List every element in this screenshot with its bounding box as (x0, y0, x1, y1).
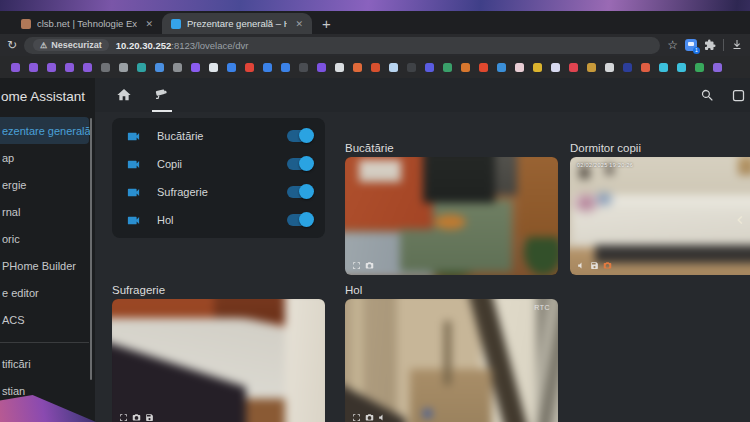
camera-title-sufragerie: Sufragerie (112, 284, 165, 296)
bookmark-favicon[interactable] (641, 63, 650, 72)
bookmark-favicon[interactable] (335, 63, 344, 72)
bookmark-favicon[interactable] (353, 63, 362, 72)
tab-close-icon[interactable]: ✕ (143, 19, 153, 29)
bookmark-favicon[interactable] (299, 63, 308, 72)
camera-feed-bucatarie[interactable] (345, 157, 558, 275)
camera-feed-sufragerie[interactable] (112, 299, 325, 422)
bookmark-favicon[interactable] (587, 63, 596, 72)
security-chip[interactable]: ⚠ Nesecurizat (33, 39, 109, 51)
bookmark-favicon[interactable] (191, 63, 200, 72)
extension-icon[interactable]: 1 (685, 39, 697, 51)
sidebar-item-ap[interactable]: ap (0, 144, 95, 171)
bookmark-favicon[interactable] (389, 63, 398, 72)
bookmark-favicon[interactable] (227, 63, 236, 72)
search-button[interactable] (694, 78, 720, 112)
fullscreen-icon[interactable] (352, 413, 361, 422)
bookmark-favicon[interactable] (119, 63, 128, 72)
bookmark-favicon[interactable] (677, 63, 686, 72)
bookmark-favicon[interactable] (371, 63, 380, 72)
camera-overlay: 02/02/2025 19:20:26 (570, 157, 750, 275)
downloads-icon[interactable] (731, 39, 743, 51)
bookmark-favicon[interactable] (173, 63, 182, 72)
bookmark-favicon[interactable] (695, 63, 704, 72)
bookmark-favicon[interactable] (65, 63, 74, 72)
bookmark-favicon[interactable] (47, 63, 56, 72)
home-assistant-app: ome Assistant ezentare generalăapergiern… (0, 78, 750, 422)
extensions-puzzle-icon[interactable] (704, 39, 716, 51)
sidebar-item-oric[interactable]: oric (0, 225, 95, 252)
volume-icon[interactable] (378, 413, 387, 422)
tab-home-assistant[interactable]: Prezentare generală – Home ✕ (162, 13, 312, 34)
bookmark-favicon[interactable] (263, 63, 272, 72)
sidebar-item-acs[interactable]: ACS (0, 306, 95, 333)
sidebar-item-ergie[interactable]: ergie (0, 171, 95, 198)
new-tab-button[interactable]: + (312, 13, 341, 34)
bookmark-favicon[interactable] (443, 63, 452, 72)
toggle-label: Copii (157, 158, 271, 170)
sidebar-scrollbar[interactable] (90, 118, 92, 380)
volume-icon[interactable] (577, 261, 586, 270)
toggle-switch[interactable] (287, 214, 313, 226)
fullscreen-icon[interactable] (119, 413, 128, 422)
bookmark-favicon[interactable] (317, 63, 326, 72)
bookmark-favicon[interactable] (137, 63, 146, 72)
bookmark-favicon[interactable] (605, 63, 614, 72)
fullscreen-icon[interactable] (352, 261, 361, 270)
bookmark-favicon[interactable] (11, 63, 20, 72)
search-icon (700, 88, 715, 103)
bookmark-favicon[interactable] (623, 63, 632, 72)
address-bar[interactable]: ⚠ Nesecurizat 10.20.30.252:8123/lovelace… (24, 37, 660, 54)
tab-overview-home[interactable] (109, 78, 139, 112)
home-icon (116, 87, 132, 103)
bookmark-favicon[interactable] (281, 63, 290, 72)
tab-clsb[interactable]: clsb.net | Tehnologie Explicat ✕ (12, 13, 162, 34)
camera-overlay: RTC (345, 299, 558, 422)
save-icon[interactable] (590, 261, 599, 270)
sidebar-item-rnal[interactable]: rnal (0, 198, 95, 225)
save-icon[interactable] (145, 413, 154, 422)
toggle-switch[interactable] (287, 158, 313, 170)
bookmark-favicon[interactable] (245, 63, 254, 72)
bookmark-favicon[interactable] (713, 63, 722, 72)
camera-feed-hol[interactable]: RTC (345, 299, 558, 422)
security-label: Nesecurizat (51, 40, 102, 50)
bookmark-favicon[interactable] (209, 63, 218, 72)
bookmark-favicon[interactable] (155, 63, 164, 72)
header-action-button[interactable] (728, 78, 748, 112)
bookmark-favicon[interactable] (515, 63, 524, 72)
snapshot-icon[interactable] (365, 413, 374, 422)
chevron-left-icon[interactable] (732, 212, 748, 228)
bookmark-star-icon[interactable]: ☆ (667, 39, 678, 51)
videocam-icon (126, 185, 141, 200)
bookmark-favicon[interactable] (551, 63, 560, 72)
tab-close-icon[interactable]: ✕ (293, 19, 303, 29)
reload-icon[interactable]: ↻ (7, 39, 17, 51)
tab-dvr-cameras[interactable] (147, 78, 177, 112)
bookmark-favicon[interactable] (479, 63, 488, 72)
toggle-switch[interactable] (287, 186, 313, 198)
ha-sidebar-items: ezentare generalăapergiernaloricPHome Bu… (0, 117, 95, 404)
bookmark-favicon[interactable] (461, 63, 470, 72)
sidebar-item-tific-ri[interactable]: tificări (0, 350, 95, 377)
bookmark-favicon[interactable] (659, 63, 668, 72)
camera-feed-dormitor-copii[interactable]: 02/02/2025 19:20:26 (570, 157, 750, 275)
toggle-switch[interactable] (287, 130, 313, 142)
bookmark-favicon[interactable] (425, 63, 434, 72)
sidebar-item-ezentare-general-[interactable]: ezentare generală (0, 117, 89, 144)
videocam-icon (126, 213, 141, 228)
snapshot-icon[interactable] (132, 413, 141, 422)
bookmark-favicon[interactable] (569, 63, 578, 72)
bookmark-favicon[interactable] (497, 63, 506, 72)
toolbar-divider (723, 39, 724, 51)
sidebar-item-phome-builder[interactable]: PHome Builder (0, 252, 95, 279)
bookmark-favicon[interactable] (29, 63, 38, 72)
bookmark-favicon[interactable] (83, 63, 92, 72)
tab-favicon (21, 19, 31, 29)
record-snapshot-icon[interactable] (603, 261, 612, 270)
sidebar-item-e-editor[interactable]: e editor (0, 279, 95, 306)
bookmark-favicon[interactable] (407, 63, 416, 72)
videocam-icon (126, 129, 141, 144)
bookmark-favicon[interactable] (101, 63, 110, 72)
snapshot-icon[interactable] (365, 261, 374, 270)
bookmark-favicon[interactable] (533, 63, 542, 72)
